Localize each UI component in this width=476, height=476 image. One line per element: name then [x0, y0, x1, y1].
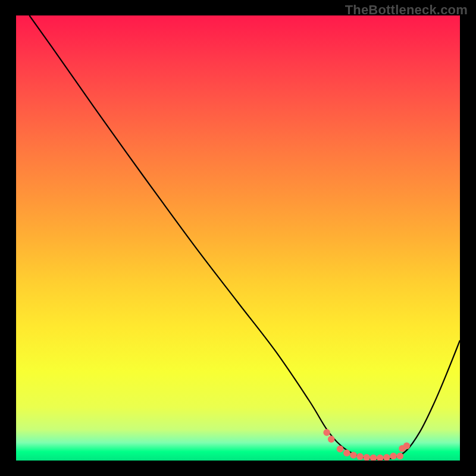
chart-container: TheBottleneck.com — [0, 0, 476, 476]
heat-gradient — [16, 15, 460, 461]
plot-area — [16, 15, 460, 461]
watermark-text: TheBottleneck.com — [345, 2, 468, 18]
